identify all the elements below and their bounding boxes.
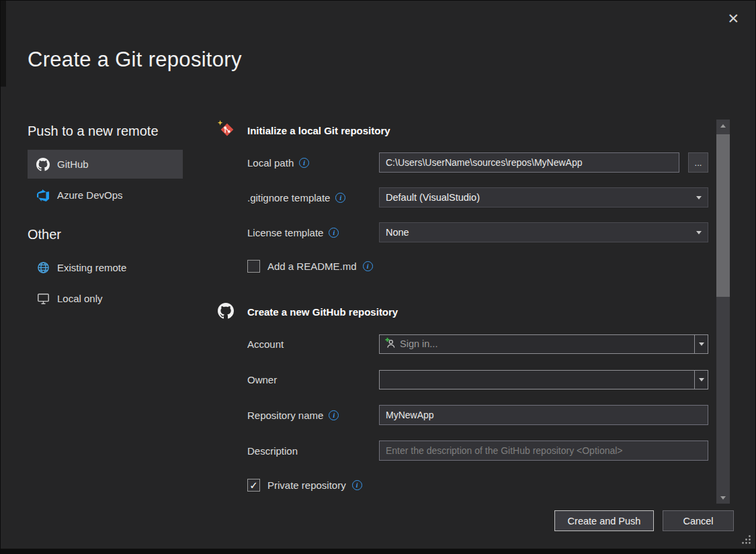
github-section: Create a new GitHub repository Account S… <box>247 303 708 494</box>
account-combo-value[interactable]: Sign in... <box>380 335 694 353</box>
git-init-icon <box>216 120 237 140</box>
scrollbar-thumb[interactable] <box>716 134 730 297</box>
globe-icon <box>36 261 50 275</box>
info-icon: i <box>363 261 373 271</box>
sidebar-item-label: Existing remote <box>57 262 126 273</box>
local-path-input[interactable] <box>379 152 679 173</box>
init-section-title: Initialize a local Git repository <box>247 125 390 136</box>
label-text: Repository name <box>247 410 323 421</box>
info-icon: i <box>329 228 339 238</box>
account-label: Account <box>247 338 379 350</box>
azure-devops-icon <box>36 189 50 202</box>
label-text: Owner <box>247 374 277 385</box>
main-panel: Initialize a local Git repository Local … <box>247 122 708 509</box>
browse-button[interactable]: ... <box>688 152 708 173</box>
owner-dropdown-button[interactable] <box>694 371 708 389</box>
create-and-push-button[interactable]: Create and Push <box>554 510 654 531</box>
license-label: License template i <box>247 227 379 238</box>
license-row: License template i None <box>247 222 708 242</box>
owner-combo-value[interactable] <box>380 371 694 389</box>
chevron-down-icon <box>699 342 704 346</box>
description-label: Description <box>247 445 379 457</box>
info-icon: i <box>329 410 339 420</box>
account-dropdown-button[interactable] <box>694 335 708 353</box>
label-text: Description <box>247 445 298 457</box>
private-repo-label: Private repository <box>267 479 346 491</box>
create-git-repo-dialog: ✕ Create a Git repository Push to a new … <box>0 0 756 554</box>
account-row: Account Sign in... <box>247 334 708 354</box>
cancel-button[interactable]: Cancel <box>663 510 734 531</box>
repo-name-label: Repository name i <box>247 410 379 421</box>
local-path-control: ... <box>379 152 708 173</box>
check-icon: ✓ <box>249 480 258 490</box>
private-repo-checkbox[interactable]: ✓ <box>247 479 260 492</box>
private-repo-row: ✓ Private repository i <box>247 476 708 494</box>
local-path-label: Local path i <box>247 157 379 169</box>
push-remote-heading: Push to a new remote <box>28 124 183 139</box>
info-icon: i <box>335 193 345 203</box>
vertical-scrollbar[interactable] <box>716 120 730 504</box>
chevron-down-icon <box>696 196 702 199</box>
close-button[interactable]: ✕ <box>727 11 739 26</box>
sidebar-item-azure-devops[interactable]: Azure DevOps <box>28 181 183 210</box>
account-combo[interactable]: Sign in... <box>379 334 708 354</box>
github-section-title: Create a new GitHub repository <box>247 306 398 318</box>
repo-name-input[interactable] <box>379 405 708 425</box>
chevron-down-icon <box>699 378 704 381</box>
window-edge <box>1 1 6 87</box>
local-path-row: Local path i ... <box>247 152 708 173</box>
init-section: Initialize a local Git repository Local … <box>247 122 708 275</box>
readme-checkbox[interactable] <box>247 260 260 273</box>
sidebar-item-label: GitHub <box>57 158 89 170</box>
github-icon <box>218 303 234 319</box>
description-input[interactable] <box>379 441 708 461</box>
statusbar-strip <box>1 549 755 553</box>
label-text: Account <box>247 338 284 350</box>
triangle-up-icon <box>720 124 726 128</box>
readme-row: Add a README.md i <box>247 257 708 275</box>
gitignore-label: .gitignore template i <box>247 192 379 203</box>
github-icon <box>36 158 50 171</box>
owner-combo[interactable] <box>379 370 708 389</box>
selected-value: Default (VisualStudio) <box>386 192 480 203</box>
owner-label: Owner <box>247 374 379 385</box>
monitor-icon <box>36 292 50 306</box>
info-icon: i <box>299 158 309 168</box>
description-row: Description <box>247 441 708 461</box>
gitignore-row: .gitignore template i Default (VisualStu… <box>247 187 708 207</box>
other-heading: Other <box>28 227 183 242</box>
repo-name-row: Repository name i <box>247 405 708 425</box>
dialog-title: Create a Git repository <box>28 48 242 72</box>
chevron-down-icon <box>696 231 702 234</box>
scroll-down-button[interactable] <box>716 492 730 504</box>
init-section-header: Initialize a local Git repository <box>247 122 708 139</box>
sidebar-item-label: Azure DevOps <box>57 189 123 201</box>
resize-grip[interactable] <box>741 535 751 547</box>
gitignore-template-select[interactable]: Default (VisualStudio) <box>379 187 708 207</box>
add-user-icon <box>384 338 395 351</box>
sidebar: Push to a new remote GitHub Azure DevOps… <box>28 124 183 315</box>
label-text: .gitignore template <box>247 192 330 203</box>
selected-value: None <box>386 227 409 238</box>
owner-row: Owner <box>247 369 708 389</box>
sidebar-item-existing-remote[interactable]: Existing remote <box>28 253 183 282</box>
license-template-select[interactable]: None <box>379 222 708 242</box>
info-icon: i <box>352 480 362 490</box>
github-section-header: Create a new GitHub repository <box>247 303 708 320</box>
triangle-down-icon <box>720 496 726 500</box>
sidebar-item-local-only[interactable]: Local only <box>28 284 183 313</box>
label-text: License template <box>247 227 323 238</box>
sidebar-item-label: Local only <box>57 293 103 304</box>
scroll-up-button[interactable] <box>716 120 730 132</box>
label-text: Local path <box>247 157 294 169</box>
dialog-footer: Create and Push Cancel <box>554 510 734 531</box>
sidebar-item-github[interactable]: GitHub <box>28 150 183 179</box>
readme-label: Add a README.md <box>267 261 357 272</box>
sign-in-text: Sign in... <box>400 338 437 349</box>
